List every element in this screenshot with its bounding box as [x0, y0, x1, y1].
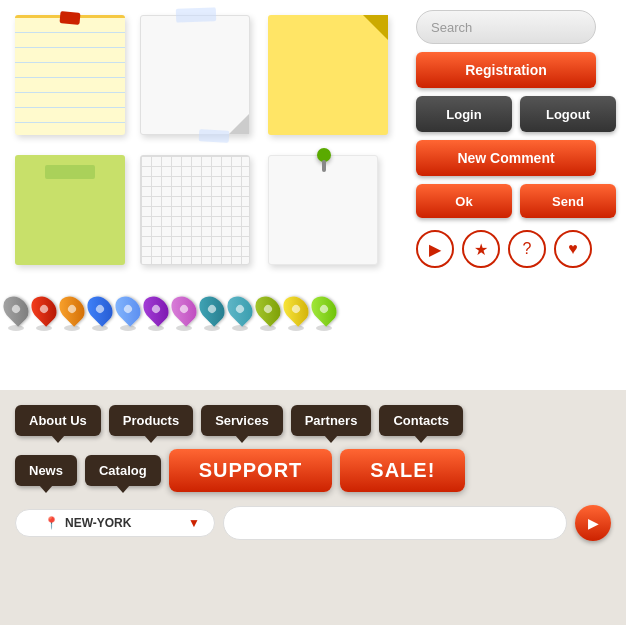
- tape-decoration-2: [199, 129, 230, 143]
- note-white-folded: [140, 15, 250, 135]
- pin-gray: [5, 295, 27, 331]
- nav-products[interactable]: Products: [109, 405, 193, 436]
- pin-yellow: [285, 295, 307, 331]
- note-grid: [140, 155, 250, 265]
- pin-purple: [145, 295, 167, 331]
- play-button[interactable]: ▶: [575, 505, 611, 541]
- search-input[interactable]: Search: [416, 10, 596, 44]
- location-pin-icon: 📍: [44, 516, 59, 530]
- note-green: [15, 155, 125, 265]
- location-dropdown[interactable]: 📍 NEW-YORK ▼: [15, 509, 215, 537]
- question-icon-button[interactable]: ?: [508, 230, 546, 268]
- ok-button[interactable]: Ok: [416, 184, 512, 218]
- nav-row-3: 📍 NEW-YORK ▼ ▶: [0, 500, 626, 549]
- pin-orange: [61, 295, 83, 331]
- nav-news[interactable]: News: [15, 455, 77, 486]
- tape-green: [45, 165, 95, 179]
- search-label: Search: [431, 20, 472, 35]
- play-icon-button[interactable]: ▶: [416, 230, 454, 268]
- support-button[interactable]: SUPPORT: [169, 449, 333, 492]
- pin-green: [313, 295, 335, 331]
- pin-cyan: [229, 295, 251, 331]
- pin-teal: [201, 295, 223, 331]
- dropdown-arrow-icon: ▼: [188, 516, 200, 530]
- sale-button[interactable]: SALE!: [340, 449, 465, 492]
- nav-partners[interactable]: Partners: [291, 405, 372, 436]
- note-white-pinned: [268, 155, 378, 265]
- star-icon: ★: [474, 240, 488, 259]
- pin-blue-light: [117, 295, 139, 331]
- pins-row: [5, 295, 405, 331]
- location-city: NEW-YORK: [65, 516, 131, 530]
- registration-button[interactable]: Registration: [416, 52, 596, 88]
- question-icon: ?: [523, 240, 532, 258]
- pin-red: [33, 295, 55, 331]
- icon-buttons-row: ▶ ★ ? ♥: [416, 230, 616, 268]
- play-icon: ▶: [429, 240, 441, 259]
- buttons-area: Search Registration Login Logout New Com…: [416, 10, 616, 268]
- note-yellow-lined: [15, 15, 125, 135]
- send-button[interactable]: Send: [520, 184, 616, 218]
- star-icon-button[interactable]: ★: [462, 230, 500, 268]
- nav-contacts[interactable]: Contacts: [379, 405, 463, 436]
- note-yellow-large: [268, 15, 388, 135]
- logout-button[interactable]: Logout: [520, 96, 616, 132]
- push-pin: [317, 148, 331, 162]
- heart-icon: ♥: [568, 240, 578, 258]
- login-button[interactable]: Login: [416, 96, 512, 132]
- pin-olive: [257, 295, 279, 331]
- ok-send-row: Ok Send: [416, 184, 616, 218]
- bottom-section: About Us Products Services Partners Cont…: [0, 390, 626, 625]
- nav-row-1: About Us Products Services Partners Cont…: [0, 390, 626, 444]
- nav-row-2: News Catalog SUPPORT SALE!: [0, 444, 626, 500]
- login-logout-row: Login Logout: [416, 96, 616, 132]
- bottom-search-input[interactable]: [223, 506, 567, 540]
- heart-icon-button[interactable]: ♥: [554, 230, 592, 268]
- nav-services[interactable]: Services: [201, 405, 283, 436]
- tape-decoration: [176, 7, 216, 22]
- pin-violet: [173, 295, 195, 331]
- nav-about-us[interactable]: About Us: [15, 405, 101, 436]
- play-arrow-icon: ▶: [588, 515, 599, 531]
- new-comment-button[interactable]: New Comment: [416, 140, 596, 176]
- pin-blue-dark: [89, 295, 111, 331]
- nav-catalog[interactable]: Catalog: [85, 455, 161, 486]
